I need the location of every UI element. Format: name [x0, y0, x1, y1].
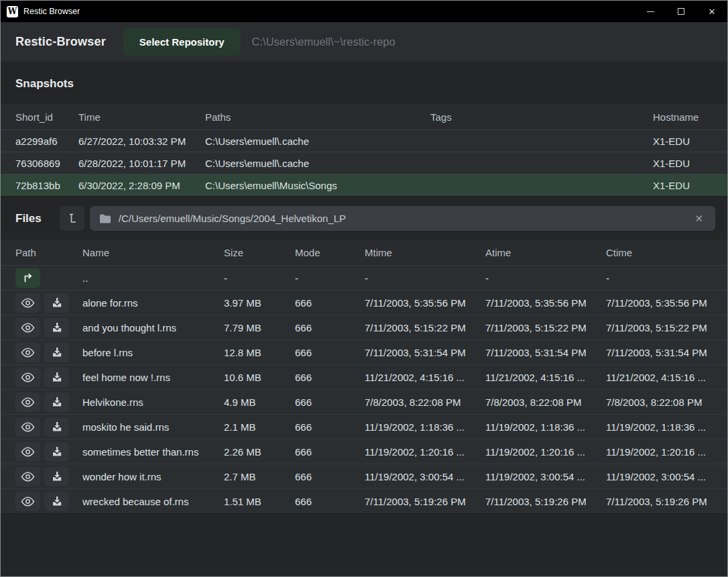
app-logo-icon: W — [7, 6, 18, 17]
tree-icon — [67, 213, 77, 224]
file-ctime: 11/19/2002, 3:00:54 ... — [606, 471, 713, 482]
file-size: 4.9 MB — [224, 397, 295, 408]
file-ctime: 11/19/2002, 1:18:36 ... — [606, 421, 713, 433]
download-icon — [52, 421, 62, 432]
download-button[interactable] — [44, 442, 69, 462]
file-ctime: 7/8/2003, 8:22:08 PM — [606, 397, 713, 408]
preview-button[interactable] — [15, 368, 40, 387]
preview-button[interactable] — [15, 492, 40, 511]
file-actions — [15, 268, 82, 288]
download-button[interactable] — [44, 318, 69, 337]
file-ctime: 7/11/2003, 5:15:22 PM — [606, 322, 713, 333]
file-mode: 666 — [295, 421, 365, 433]
download-button[interactable] — [44, 368, 69, 387]
col-hostname: Hostname — [653, 111, 713, 123]
file-mtime: 7/11/2003, 5:19:26 PM — [365, 496, 485, 507]
file-row: before l.rns12.8 MB6667/11/2003, 5:31:54… — [1, 339, 727, 364]
preview-button[interactable] — [15, 392, 40, 412]
file-mode: 666 — [295, 297, 365, 309]
file-mode: 666 — [295, 322, 365, 333]
file-ctime: 7/11/2003, 5:35:56 PM — [606, 297, 713, 309]
col-short-id: Short_id — [15, 111, 78, 123]
file-mode: 666 — [295, 446, 365, 458]
snapshot-row[interactable]: 72b813bb6/30/2022, 2:28:09 PMC:\Users\em… — [1, 174, 727, 196]
preview-button[interactable] — [15, 417, 40, 437]
file-name: alone for.rns — [82, 297, 224, 309]
file-row: and you thought l.rns7.79 MB6667/11/2003… — [1, 315, 727, 339]
file-atime: 7/11/2003, 5:31:54 PM — [485, 347, 606, 358]
preview-button[interactable] — [15, 293, 40, 313]
eye-icon — [21, 496, 35, 507]
select-repository-button[interactable]: Select Repository — [123, 28, 241, 56]
file-mtime: 11/21/2002, 4:15:16 ... — [365, 372, 485, 383]
file-row: Helvikone.rns4.9 MB6667/8/2003, 8:22:08 … — [1, 389, 727, 414]
app-header: Restic-Browser Select Repository C:\User… — [1, 22, 727, 61]
download-icon — [52, 446, 62, 457]
go-parent-button[interactable] — [15, 268, 40, 288]
snapshot-paths: C:\Users\emuell\Music\Songs — [205, 180, 430, 191]
snapshot-hostname: X1-EDU — [653, 180, 713, 191]
file-mode: - — [295, 272, 365, 284]
file-row: moskito he said.rns2.1 MB66611/19/2002, … — [1, 414, 727, 439]
file-row: alone for.rns3.97 MB6667/11/2003, 5:35:5… — [1, 290, 727, 315]
file-mtime: 11/19/2002, 3:00:54 ... — [365, 471, 485, 482]
col-path: Path — [15, 247, 82, 258]
download-icon — [52, 322, 62, 333]
download-icon — [52, 347, 62, 358]
maximize-button[interactable] — [666, 1, 696, 22]
file-name: sometimes better than.rns — [82, 446, 224, 458]
file-actions — [15, 318, 82, 337]
parent-dir-row: ..----- — [1, 265, 727, 290]
app-window: W Restic Browser ✕ Restic-Browser Select… — [0, 0, 728, 577]
preview-button[interactable] — [15, 442, 40, 462]
download-button[interactable] — [44, 417, 69, 437]
snapshot-paths: C:\Users\emuell\.cache — [205, 136, 430, 147]
col-mtime: Mtime — [365, 247, 485, 258]
snapshot-row[interactable]: a2299af66/27/2022, 10:03:32 PMC:\Users\e… — [1, 129, 727, 152]
snapshot-row[interactable]: 763068696/28/2022, 10:01:17 PMC:\Users\e… — [1, 152, 727, 174]
download-button[interactable] — [44, 392, 69, 412]
file-atime: 11/21/2002, 4:15:16 ... — [485, 372, 606, 383]
preview-button[interactable] — [15, 318, 40, 337]
file-name: moskito he said.rns — [82, 421, 224, 433]
col-size: Size — [224, 247, 295, 258]
download-icon — [52, 496, 62, 507]
download-button[interactable] — [44, 467, 69, 486]
eye-icon — [21, 323, 35, 333]
breadcrumb-close-icon[interactable]: ✕ — [692, 211, 706, 226]
download-button[interactable] — [44, 293, 69, 313]
file-size: 10.6 MB — [224, 372, 295, 383]
download-button[interactable] — [44, 492, 69, 511]
snapshots-table-body: a2299af66/27/2022, 10:03:32 PMC:\Users\e… — [1, 129, 727, 197]
preview-button[interactable] — [15, 467, 40, 486]
file-mode: 666 — [295, 496, 365, 507]
col-mode: Mode — [295, 247, 365, 258]
minimize-button[interactable] — [635, 1, 666, 22]
file-mtime: 7/8/2003, 8:22:08 PM — [365, 397, 485, 408]
file-actions — [15, 467, 82, 486]
file-actions — [15, 417, 82, 437]
download-icon — [52, 397, 62, 407]
file-mtime: - — [365, 272, 485, 284]
files-table-header: Path Name Size Mode Mtime Atime Ctime — [1, 240, 727, 265]
breadcrumb-path: /C/Users/emuell/Music/Songs/2004_Helveti… — [119, 213, 346, 224]
file-mtime: 7/11/2003, 5:31:54 PM — [365, 347, 485, 358]
file-size: 2.26 MB — [224, 446, 295, 458]
file-size: 2.7 MB — [224, 471, 295, 482]
file-atime: 7/11/2003, 5:35:56 PM — [485, 297, 606, 309]
close-button[interactable]: ✕ — [696, 1, 727, 22]
file-actions — [15, 492, 82, 511]
file-mode: 666 — [295, 471, 365, 482]
file-mtime: 11/19/2002, 1:18:36 ... — [365, 421, 485, 433]
download-button[interactable] — [44, 343, 69, 362]
snapshot-time: 6/30/2022, 2:28:09 PM — [78, 180, 205, 191]
preview-button[interactable] — [15, 343, 40, 362]
tree-view-button[interactable] — [60, 206, 84, 231]
file-ctime: 7/11/2003, 5:19:26 PM — [606, 496, 713, 507]
repository-path: C:\Users\emuell\~\restic-repo — [252, 36, 396, 48]
snapshot-time: 6/28/2022, 10:01:17 PM — [78, 158, 205, 169]
files-table-body: ..-----alone for.rns3.97 MB6667/11/2003,… — [1, 265, 727, 514]
eye-icon — [21, 397, 35, 407]
maximize-icon — [678, 8, 684, 15]
breadcrumb[interactable]: /C/Users/emuell/Music/Songs/2004_Helveti… — [90, 206, 715, 231]
